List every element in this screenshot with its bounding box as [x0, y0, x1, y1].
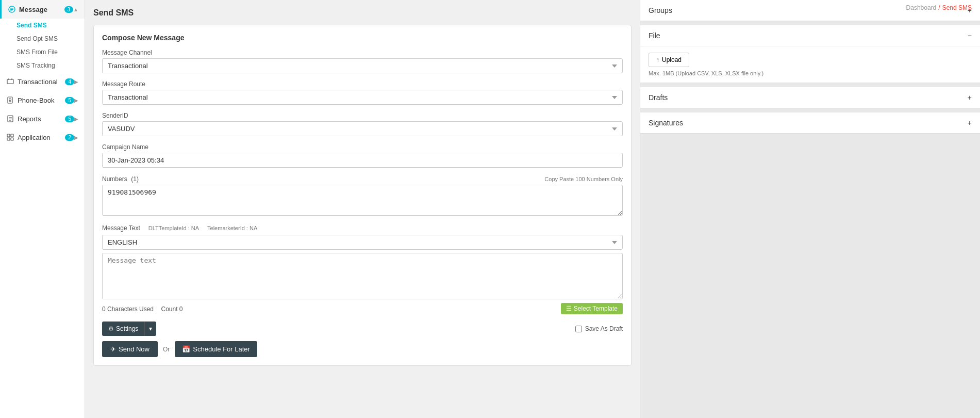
- message-textarea[interactable]: [102, 253, 623, 299]
- file-toggle: −: [968, 31, 972, 40]
- sidebar-item-message[interactable]: Message 3 ▲: [0, 0, 85, 19]
- application-icon: [6, 133, 14, 141]
- svg-rect-7: [8, 97, 12, 103]
- message-text-group: Message Text DLTTemplateId : NA Telemark…: [102, 224, 623, 314]
- sender-id-label: SenderID: [102, 112, 623, 119]
- spacer-3: [640, 108, 980, 112]
- signatures-section: Signatures +: [640, 112, 980, 134]
- language-select[interactable]: ENGLISH UNICODE: [102, 235, 623, 250]
- numbers-row: Numbers (1) Copy Paste 100 Numbers Only: [102, 175, 623, 183]
- svg-rect-14: [7, 134, 10, 137]
- svg-rect-15: [11, 134, 13, 137]
- phone-book-icon: [6, 96, 14, 104]
- sidebar-message-chevron: ▲: [73, 7, 78, 12]
- sidebar-reports-badge: 5: [65, 116, 74, 122]
- settings-dropdown-button[interactable]: ▾: [144, 321, 156, 336]
- message-text-header: Message Text DLTTemplateId : NA Telemark…: [102, 224, 623, 232]
- sidebar-transactional-badge: 4: [65, 78, 74, 85]
- sidebar-application-chevron: ▶: [74, 135, 78, 140]
- file-header[interactable]: File −: [640, 25, 980, 46]
- sidebar-item-send-opt-sms[interactable]: Send Opt SMS: [0, 32, 85, 45]
- drafts-section: Drafts +: [640, 87, 980, 108]
- numbers-group: Numbers (1) Copy Paste 100 Numbers Only …: [102, 175, 623, 217]
- sender-id-group: SenderID VASUDV: [102, 112, 623, 136]
- compose-card: Compose New Message Message Channel Tran…: [93, 25, 632, 366]
- svg-rect-16: [7, 138, 10, 140]
- reports-icon: [6, 115, 14, 123]
- send-now-button[interactable]: ✈ Send Now: [102, 341, 158, 357]
- dlt-template-id: DLTTemplateId : NA: [148, 225, 199, 231]
- message-channel-group: Message Channel Transactional Promotiona…: [102, 49, 623, 73]
- sidebar-phone-book-label: Phone-Book: [18, 97, 63, 104]
- send-icon: ✈: [110, 345, 116, 353]
- breadcrumb: Dashboard / Send SMS: [906, 4, 972, 11]
- select-template-button[interactable]: Select Template: [561, 303, 623, 314]
- gear-icon: ⚙: [108, 325, 114, 332]
- message-icon: [8, 5, 16, 13]
- compose-title: Compose New Message: [102, 34, 623, 42]
- sidebar-transactional-chevron: ▶: [74, 79, 78, 85]
- campaign-name-label: Campaign Name: [102, 143, 623, 151]
- file-section: File − ↑ Upload Max. 1MB (Upload CSV, XL…: [640, 25, 980, 83]
- sidebar-reports-label: Reports: [18, 115, 63, 123]
- campaign-name-input[interactable]: [102, 153, 623, 168]
- upload-hint: Max. 1MB (Upload CSV, XLS, XLSX file onl…: [649, 70, 972, 76]
- sidebar-item-phone-book[interactable]: Phone-Book 5 ▶: [0, 91, 85, 109]
- numbers-textarea[interactable]: 919081506969: [102, 185, 623, 216]
- file-title: File: [649, 31, 660, 40]
- sidebar-item-application[interactable]: Application 2 ▶: [0, 128, 85, 147]
- sidebar-item-send-sms[interactable]: Send SMS: [0, 19, 85, 32]
- sidebar-phone-book-chevron: ▶: [74, 98, 78, 103]
- message-route-label: Message Route: [102, 81, 623, 88]
- page-title: Send SMS: [93, 8, 632, 18]
- numbers-label: Numbers (1): [102, 175, 139, 183]
- or-text: Or: [163, 346, 170, 353]
- svg-rect-17: [11, 138, 13, 140]
- schedule-button[interactable]: 📅 Schedule For Later: [175, 341, 257, 357]
- sidebar-message-badge: 3: [64, 6, 74, 13]
- signatures-toggle: +: [968, 119, 972, 127]
- calendar-icon: 📅: [182, 345, 190, 353]
- save-draft-label: Save As Draft: [585, 325, 623, 332]
- spacer-2: [640, 83, 980, 87]
- char-info: 0 Characters Used Count 0: [102, 305, 183, 313]
- drafts-toggle: +: [968, 93, 972, 102]
- signatures-header[interactable]: Signatures +: [640, 112, 980, 133]
- sidebar-transactional-label: Transactional: [18, 78, 63, 86]
- count-label: Count 0: [161, 306, 183, 313]
- sidebar-reports-chevron: ▶: [74, 116, 78, 122]
- numbers-hint: Copy Paste 100 Numbers Only: [544, 176, 623, 182]
- sidebar-item-sms-tracking[interactable]: SMS Tracking: [0, 59, 85, 72]
- signatures-title: Signatures: [649, 119, 683, 127]
- save-draft-group: Save As Draft: [575, 325, 623, 332]
- sidebar-item-sms-from-file[interactable]: SMS From File: [0, 45, 85, 59]
- settings-group: ⚙ Settings ▾: [102, 321, 156, 336]
- right-panel: Groups + File − ↑ Upload Max. 1MB (Uploa…: [640, 0, 980, 418]
- sidebar-application-badge: 2: [65, 134, 74, 141]
- save-draft-checkbox[interactable]: [575, 326, 582, 332]
- upload-button[interactable]: ↑ Upload: [649, 53, 689, 67]
- breadcrumb-dashboard[interactable]: Dashboard: [906, 4, 937, 11]
- char-used: 0 Characters Used: [102, 306, 154, 313]
- breadcrumb-current: Send SMS: [942, 4, 972, 11]
- bottom-actions: ⚙ Settings ▾ Save As Draft: [102, 321, 623, 336]
- message-route-select[interactable]: Transactional Promotional: [102, 90, 623, 105]
- sender-id-select[interactable]: VASUDV: [102, 121, 623, 136]
- telemarketer-id: TelemarketerId : NA: [207, 225, 257, 231]
- drafts-header[interactable]: Drafts +: [640, 87, 980, 108]
- upload-icon: ↑: [656, 56, 659, 63]
- message-text-label: Message Text: [102, 224, 140, 232]
- sidebar-item-transactional[interactable]: Transactional 4 ▶: [0, 72, 85, 91]
- settings-button[interactable]: ⚙ Settings: [102, 321, 144, 336]
- char-row: 0 Characters Used Count 0 Select Templat…: [102, 303, 623, 314]
- sidebar-message-label: Message: [19, 6, 62, 13]
- message-channel-select[interactable]: Transactional Promotional: [102, 58, 623, 73]
- center-panel: Send SMS Compose New Message Message Cha…: [85, 0, 640, 418]
- spacer-1: [640, 21, 980, 25]
- message-channel-label: Message Channel: [102, 49, 623, 56]
- message-route-group: Message Route Transactional Promotional: [102, 81, 623, 105]
- sidebar-phone-book-badge: 5: [65, 97, 74, 104]
- sidebar-item-reports[interactable]: Reports 5 ▶: [0, 109, 85, 128]
- campaign-name-group: Campaign Name: [102, 143, 623, 168]
- sidebar-application-label: Application: [18, 134, 63, 141]
